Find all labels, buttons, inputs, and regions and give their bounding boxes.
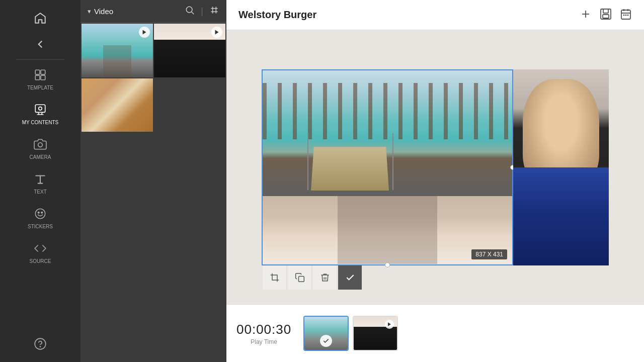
play-time-display: 00:00:30 Play Time bbox=[236, 322, 291, 345]
sidebar-item-text[interactable]: TEXT bbox=[0, 166, 80, 201]
source-icon bbox=[33, 241, 47, 255]
canvas-content: 837 X 431 bbox=[262, 69, 609, 265]
svg-point-7 bbox=[35, 209, 45, 219]
play-button-pier[interactable] bbox=[139, 27, 150, 38]
collage: 837 X 431 bbox=[262, 69, 609, 265]
svg-rect-24 bbox=[603, 15, 609, 18]
pier-railing-right bbox=[392, 133, 393, 190]
collage-left-panel[interactable]: 837 X 431 bbox=[262, 69, 513, 265]
delete-button[interactable] bbox=[313, 265, 337, 290]
media-panel-header-left[interactable]: ▾ Video bbox=[88, 7, 113, 16]
sidebar-item-label-stickers: STICKERS bbox=[28, 224, 53, 229]
camera-icon bbox=[33, 137, 47, 151]
sidebar-item-stickers[interactable]: STICKERS bbox=[0, 201, 80, 235]
sidebar-item-label-my-contents: MY CONTENTS bbox=[22, 120, 59, 125]
time-label: Play Time bbox=[251, 338, 277, 345]
time-value: 00:00:30 bbox=[236, 322, 291, 337]
sidebar-item-back[interactable] bbox=[0, 31, 80, 57]
canvas-toolbar bbox=[263, 265, 362, 290]
sidebar-item-label-source: SOURCE bbox=[30, 258, 51, 264]
copy-button[interactable] bbox=[288, 265, 312, 290]
home-icon bbox=[33, 11, 47, 25]
svg-rect-4 bbox=[35, 105, 45, 112]
list-view-divider: | bbox=[201, 6, 203, 17]
calendar-button[interactable] bbox=[620, 8, 632, 22]
media-thumb-woman[interactable] bbox=[154, 24, 225, 77]
crop-button[interactable] bbox=[263, 265, 287, 290]
save-button[interactable] bbox=[600, 8, 612, 22]
collage-right-panel[interactable] bbox=[513, 69, 609, 265]
pier-scene bbox=[263, 70, 512, 197]
timeline-thumb-2[interactable] bbox=[353, 316, 398, 351]
timeline-thumbs bbox=[303, 316, 398, 351]
sidebar-item-help[interactable] bbox=[0, 331, 80, 357]
media-grid bbox=[80, 23, 226, 133]
media-type-label[interactable]: Video bbox=[94, 7, 113, 16]
main-area: Welstory Burger bbox=[226, 0, 644, 362]
svg-point-11 bbox=[40, 346, 40, 347]
timeline-thumb-1[interactable] bbox=[303, 316, 349, 351]
svg-point-12 bbox=[187, 7, 193, 13]
sidebar-divider-1 bbox=[16, 59, 64, 60]
svg-rect-0 bbox=[35, 70, 40, 74]
sidebar-item-camera[interactable]: CAMERA bbox=[0, 131, 80, 166]
svg-rect-32 bbox=[298, 276, 304, 282]
svg-rect-1 bbox=[41, 70, 45, 74]
man-scene bbox=[513, 69, 609, 265]
media-panel-header: ▾ Video | bbox=[80, 0, 226, 23]
svg-marker-19 bbox=[215, 30, 219, 35]
canvas-area: 837 X 431 bbox=[226, 30, 644, 304]
confirm-button[interactable] bbox=[338, 265, 362, 290]
svg-marker-18 bbox=[143, 30, 146, 35]
sidebar-item-my-contents[interactable]: MY CONTENTS bbox=[0, 97, 80, 131]
svg-point-9 bbox=[41, 212, 43, 214]
media-panel: ▾ Video | bbox=[80, 0, 226, 362]
svg-rect-2 bbox=[35, 75, 40, 80]
play-button-woman[interactable] bbox=[211, 27, 222, 38]
my-contents-icon bbox=[33, 103, 47, 117]
collage-left-inner bbox=[263, 70, 512, 264]
sidebar-item-home[interactable] bbox=[0, 5, 80, 31]
timeline-area: 00:00:30 Play Time bbox=[226, 304, 644, 362]
pier-walkway bbox=[311, 147, 389, 191]
dimension-label: 837 X 431 bbox=[471, 249, 507, 259]
sidebar: TEMPLATE MY CONTENTS CAMERA TEXT bbox=[0, 0, 80, 362]
timeline-thumb-check-1 bbox=[320, 335, 332, 347]
add-button[interactable] bbox=[580, 8, 592, 22]
media-thumb-watch[interactable] bbox=[82, 78, 153, 132]
template-icon bbox=[33, 68, 47, 82]
help-icon bbox=[33, 337, 47, 351]
project-title: Welstory Burger bbox=[238, 9, 316, 21]
svg-rect-3 bbox=[41, 75, 45, 80]
search-icon[interactable] bbox=[185, 5, 195, 17]
man-body bbox=[513, 167, 609, 265]
svg-point-6 bbox=[38, 143, 43, 147]
media-thumb-pier[interactable] bbox=[82, 24, 153, 77]
text-icon bbox=[33, 172, 47, 186]
back-icon bbox=[33, 37, 47, 51]
main-header: Welstory Burger bbox=[226, 0, 644, 30]
selection-handle-bottom-mid[interactable] bbox=[385, 262, 390, 267]
pier-railing-left bbox=[307, 133, 308, 190]
header-actions bbox=[580, 8, 632, 22]
media-panel-header-right: | bbox=[185, 5, 219, 17]
svg-rect-23 bbox=[603, 9, 608, 13]
chevron-down-icon: ▾ bbox=[88, 8, 91, 15]
stickers-icon bbox=[33, 207, 47, 221]
sidebar-item-label-camera: CAMERA bbox=[30, 154, 51, 160]
sidebar-item-template[interactable]: TEMPLATE bbox=[0, 62, 80, 97]
sidebar-item-label-template: TEMPLATE bbox=[27, 85, 53, 90]
svg-marker-33 bbox=[388, 322, 391, 326]
svg-line-13 bbox=[192, 12, 194, 15]
svg-point-10 bbox=[35, 338, 46, 349]
sidebar-item-label-text: TEXT bbox=[34, 189, 47, 195]
sidebar-item-source[interactable]: SOURCE bbox=[0, 235, 80, 270]
svg-point-5 bbox=[39, 107, 42, 111]
svg-point-8 bbox=[38, 212, 39, 214]
svg-rect-22 bbox=[601, 9, 611, 19]
grid-view-icon[interactable] bbox=[209, 5, 219, 17]
